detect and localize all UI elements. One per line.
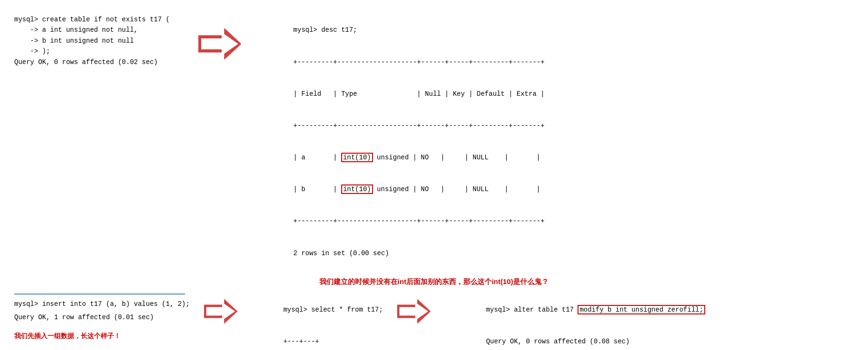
select-table-1: mysql> select * from t17; +---+---+ | a … (252, 294, 383, 350)
select-title-1: mysql> select * from t17; (283, 306, 383, 313)
insert-code-1: mysql> insert into t17 (a, b) values (1,… (14, 299, 190, 309)
int10-highlight-a: int(10) (341, 153, 373, 162)
bottom-left-annotation: 我们先插入一组数据，长这个样子！ (14, 332, 190, 341)
int10-highlight-b: int(10) (341, 184, 373, 194)
bottom-section: mysql> insert into t17 (a, b) values (1,… (14, 294, 854, 350)
bottom-left: mysql> insert into t17 (a, b) values (1,… (14, 294, 190, 341)
desc-table: mysql> desc t17; +---------+------------… (270, 14, 545, 269)
arrow-right-3 (397, 294, 430, 324)
blue-divider (14, 294, 185, 295)
bottom-center: mysql> select * from t17; +---+---+ | a … (252, 294, 383, 350)
modify-highlight: modify b int unsigned zerofill; (578, 305, 705, 314)
arrow-right-2 (204, 294, 237, 324)
create-table-code: mysql> create table if not exists t17 ( … (14, 14, 170, 67)
page-container: mysql> create table if not exists t17 ( … (0, 0, 868, 350)
arrow-right-1 (198, 14, 241, 59)
bottom-right-section: mysql> alter table t17 modify b int unsi… (454, 294, 705, 350)
middle-annotation: 我们建立的时候并没有在int后面加别的东西，那么这个int(10)是什么鬼？ (14, 277, 854, 286)
alter-table-code: mysql> alter table t17 modify b int unsi… (454, 294, 705, 350)
top-section: mysql> create table if not exists t17 ( … (14, 14, 854, 269)
insert-code-2: Query OK, 1 row affected (0.01 sec) (14, 312, 190, 322)
